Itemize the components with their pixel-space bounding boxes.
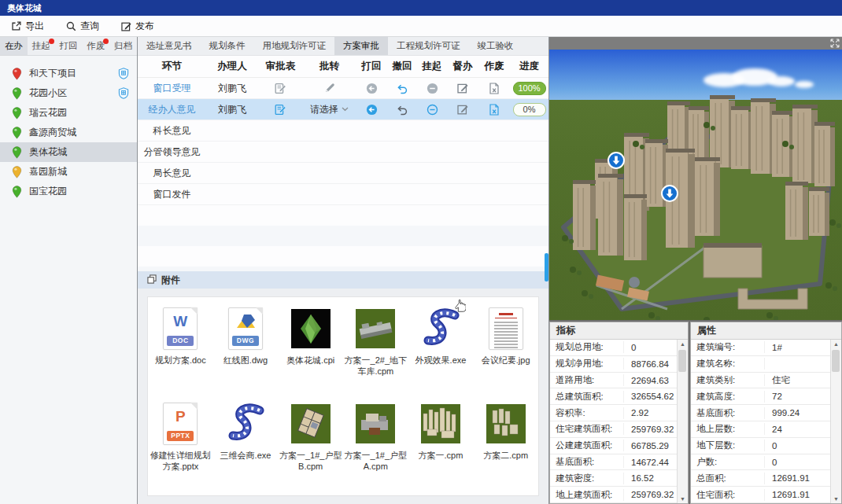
shield-icon[interactable]: [118, 87, 129, 99]
sidebar-tab-挂起[interactable]: 挂起: [28, 37, 55, 55]
workflow-tab-方案审批[interactable]: 方案审批: [334, 37, 388, 55]
scrollbar-thumb[interactable]: [832, 350, 840, 372]
viewer-tables: 指标规划总用地:0规划净用地:88766.84道路用地:22694.63总建筑面…: [549, 320, 842, 504]
workflow-row[interactable]: 局长意见: [138, 163, 548, 184]
scroll-up-icon[interactable]: ▲: [678, 341, 688, 347]
property-row: 建筑类别:住宅: [691, 373, 831, 389]
return-icon[interactable]: [366, 104, 378, 116]
workflow-tab-label: 选址意见书: [146, 41, 192, 50]
attachment-file[interactable]: PPPTX修建性详细规划方案.pptx: [148, 400, 213, 495]
sidebar-tab-在办[interactable]: 在办: [0, 37, 28, 55]
project-item[interactable]: 瑞云花园: [0, 103, 137, 123]
sidebar-tab-归档[interactable]: 归档: [109, 37, 137, 55]
map-pin-icon: [12, 127, 22, 139]
indicator-row: 基底面积:14672.44: [550, 454, 678, 471]
sidebar-tab-作废[interactable]: 作废: [82, 37, 109, 55]
column-header: 挂起: [417, 60, 447, 73]
workflow-row[interactable]: 经办人意见刘鹏飞请选择0%: [138, 99, 548, 120]
suspend-icon[interactable]: [427, 83, 438, 94]
transfer-pen-icon[interactable]: [324, 83, 335, 94]
attachments-title: 附件: [161, 274, 180, 287]
workflow-tab-label: 竣工验收: [478, 41, 514, 50]
building-marker-2[interactable]: [660, 184, 679, 203]
workflow-row[interactable]: 窗口受理刘鹏飞100%: [138, 78, 548, 99]
viewport-3d[interactable]: [549, 50, 842, 320]
sidebar-tab-label: 作废: [87, 41, 105, 50]
attachment-file[interactable]: 奥体花城.cpi: [278, 305, 343, 400]
approval-form-icon[interactable]: [275, 83, 286, 94]
workflow-row[interactable]: 窗口发件: [138, 184, 548, 205]
approval-form-icon[interactable]: [275, 104, 286, 116]
main-scrollbar-thumb[interactable]: [545, 253, 548, 281]
void-icon[interactable]: [489, 104, 500, 116]
supervise-icon[interactable]: [457, 104, 468, 115]
workflow-row[interactable]: 分管领导意见: [138, 142, 548, 163]
workflow-row[interactable]: 科长意见: [138, 120, 548, 142]
property-scrollbar[interactable]: ▲▼: [830, 340, 841, 503]
attachment-file[interactable]: 三维会商.exe: [213, 400, 279, 495]
indicator-label: 容积率:: [550, 407, 624, 419]
scrollbar-thumb[interactable]: [678, 350, 686, 372]
step-name[interactable]: 经办人意见: [149, 103, 196, 116]
project-item[interactable]: 鑫源商贸城: [0, 123, 137, 142]
step-name[interactable]: 窗口受理: [153, 82, 191, 95]
indicator-row: 建筑密度:16.52: [550, 470, 678, 487]
transfer-select[interactable]: 请选择: [303, 103, 356, 116]
project-item[interactable]: 花园小区: [0, 83, 137, 103]
workflow-tab-label: 方案审批: [343, 41, 379, 50]
main-panel: 选址意见书规划条件用地规划许可证方案审批工程规划许可证竣工验收 环节办理人审批表…: [138, 37, 549, 504]
column-header: 作废: [478, 60, 510, 73]
undo-icon[interactable]: [397, 83, 408, 94]
supervise-icon[interactable]: [457, 83, 468, 94]
model-thumbnail: [356, 404, 395, 443]
property-label: 建筑类别:: [691, 374, 765, 386]
workflow-tab-用地规划许可证[interactable]: 用地规划许可证: [254, 37, 335, 55]
attachment-file-name: 方案一_1#_户型A.cpm: [343, 450, 408, 473]
workflow-tab-工程规划许可证[interactable]: 工程规划许可证: [388, 37, 469, 55]
indicator-row: 规划总用地:0: [550, 340, 678, 356]
search-button[interactable]: 查询: [66, 20, 99, 33]
scroll-down-icon[interactable]: ▼: [678, 496, 688, 502]
undo-icon[interactable]: [397, 104, 408, 116]
ppt-file-icon: PPPTX: [163, 403, 198, 445]
workflow-tab-竣工验收[interactable]: 竣工验收: [469, 37, 523, 55]
attachment-file[interactable]: 会议纪要.jpg: [473, 305, 538, 400]
project-item[interactable]: 奥体花城: [0, 142, 137, 162]
attachment-file[interactable]: 方案一_1#_户型B.cpm: [278, 400, 343, 495]
indicator-scrollbar[interactable]: ▲▼: [677, 340, 688, 503]
attachment-file-name: 方案一.cpm: [419, 450, 463, 461]
project-item[interactable]: 国宝花园: [0, 182, 137, 201]
indicator-value: 22694.63: [624, 376, 669, 385]
sidebar-tab-打回[interactable]: 打回: [55, 37, 83, 55]
export-button[interactable]: 导出: [11, 20, 44, 33]
workflow-tab-规划条件[interactable]: 规划条件: [201, 37, 254, 55]
void-icon[interactable]: [489, 83, 500, 94]
step-name: 科长意见: [153, 124, 191, 138]
attachment-file[interactable]: DWG红线图.dwg: [213, 305, 279, 400]
indicator-title: 指标: [550, 322, 688, 340]
attachments-header: 附件: [138, 271, 548, 289]
property-body: 建筑编号:1#建筑名称:建筑类别:住宅建筑高度:72基底面积:999.24地上层…: [691, 340, 841, 503]
expand-icon[interactable]: [830, 39, 840, 48]
return-icon[interactable]: [366, 83, 378, 94]
indicator-value: 259769.32: [624, 425, 674, 434]
shield-icon[interactable]: [118, 68, 129, 79]
column-header-label: 打回: [362, 60, 382, 73]
publish-button[interactable]: 发布: [121, 20, 154, 33]
attachment-file[interactable]: 方案一_2#_地下车库.cpm: [343, 305, 408, 400]
attachment-file[interactable]: 方案二.cpm: [473, 400, 538, 495]
property-row: 基底面积:999.24: [691, 405, 831, 421]
suspend-icon[interactable]: [427, 104, 438, 116]
building-marker-1[interactable]: [607, 151, 626, 170]
scroll-down-icon[interactable]: ▼: [831, 496, 841, 502]
attachment-file[interactable]: 方案一.cpm: [408, 400, 474, 495]
property-value: 72: [765, 392, 782, 401]
scroll-up-icon[interactable]: ▲: [831, 341, 841, 347]
attachment-file[interactable]: 方案一_1#_户型A.cpm: [343, 400, 408, 495]
attachment-file[interactable]: WDOC规划方案.doc: [148, 305, 213, 400]
workflow-tab-选址意见书[interactable]: 选址意见书: [138, 37, 201, 55]
project-item[interactable]: 和天下项目: [0, 64, 137, 83]
project-item[interactable]: 嘉园新城: [0, 162, 137, 182]
property-value: 24: [765, 425, 782, 434]
attachment-file[interactable]: 外观效果.exe: [408, 305, 474, 400]
